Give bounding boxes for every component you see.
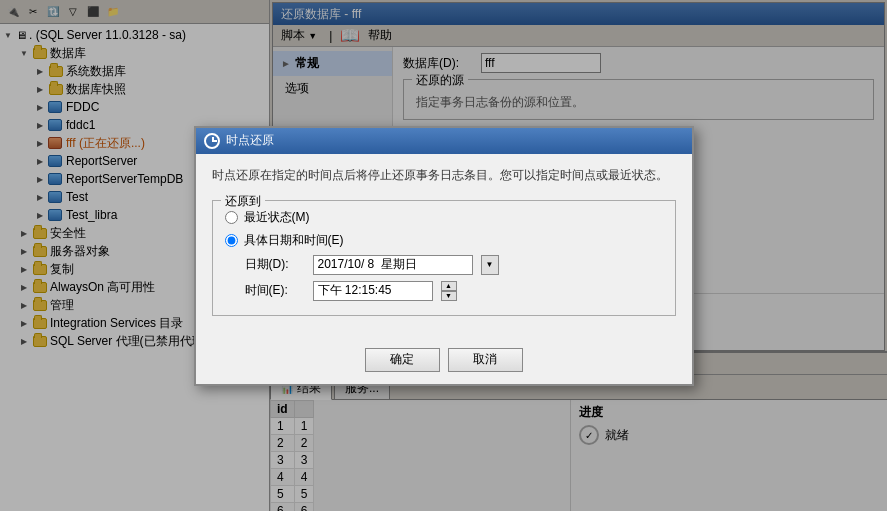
time-form-row: 时间(E): ▲ ▼ [245, 281, 663, 301]
time-label: 时间(E): [245, 282, 305, 299]
modal-header: 时点还原 [196, 128, 692, 154]
time-spin-up[interactable]: ▲ [441, 281, 457, 291]
radio-latest[interactable] [225, 211, 238, 224]
time-spinners: ▲ ▼ [441, 281, 457, 301]
clock-icon [204, 133, 220, 149]
radio-latest-row: 最近状态(M) [225, 209, 663, 226]
date-form-row: 日期(D): ▼ [245, 255, 663, 275]
modal-description: 时点还原在指定的时间点后将停止还原事务日志条目。您可以指定时间点或最近状态。 [212, 166, 676, 184]
date-input[interactable] [313, 255, 473, 275]
modal-body: 时点还原在指定的时间点后将停止还原事务日志条目。您可以指定时间点或最近状态。 还… [196, 154, 692, 340]
modal-title: 时点还原 [226, 132, 274, 149]
date-label: 日期(D): [245, 256, 305, 273]
modal-overlay: 时点还原 时点还原在指定的时间点后将停止还原事务日志条目。您可以指定时间点或最近… [0, 0, 887, 511]
restore-to-section: 还原到 最近状态(M) 具体日期和时间(E) 日期(D): ▼ [212, 200, 676, 316]
time-input[interactable] [313, 281, 433, 301]
radio-specific[interactable] [225, 234, 238, 247]
ok-button[interactable]: 确定 [365, 348, 440, 372]
restore-to-label: 还原到 [221, 193, 265, 210]
time-spin-down[interactable]: ▼ [441, 291, 457, 301]
time-point-modal: 时点还原 时点还原在指定的时间点后将停止还原事务日志条目。您可以指定时间点或最近… [194, 126, 694, 386]
date-dropdown-btn[interactable]: ▼ [481, 255, 499, 275]
cancel-button[interactable]: 取消 [448, 348, 523, 372]
radio-specific-label: 具体日期和时间(E) [244, 232, 344, 249]
radio-latest-label: 最近状态(M) [244, 209, 310, 226]
radio-specific-row: 具体日期和时间(E) [225, 232, 663, 249]
modal-footer: 确定 取消 [196, 340, 692, 384]
